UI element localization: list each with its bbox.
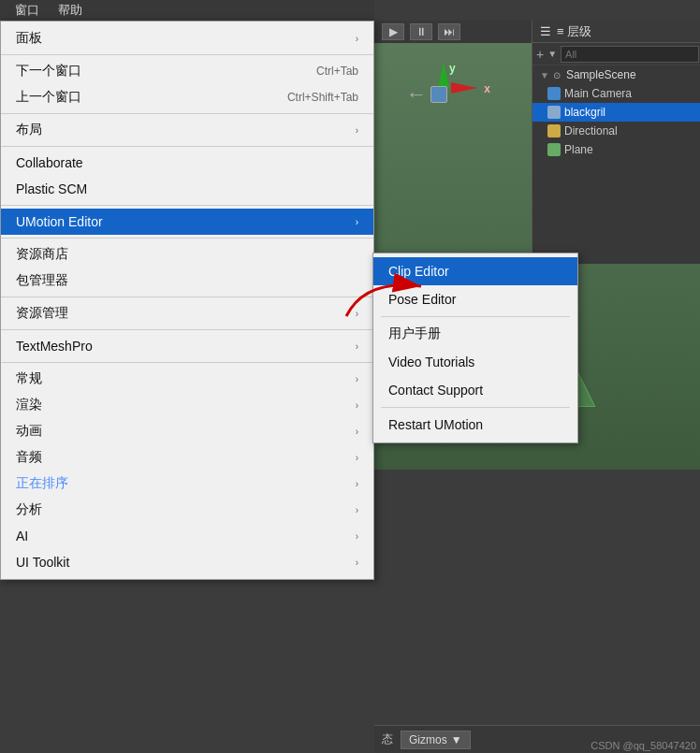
hierarchy-blackgril[interactable]: blackgril bbox=[532, 103, 700, 122]
menu-sequencer-arrow: › bbox=[356, 479, 358, 489]
hierarchy-directional[interactable]: Directional bbox=[532, 122, 700, 140]
submenu-manual[interactable]: 用户手册 bbox=[373, 320, 577, 348]
menu-animation-label: 动画 bbox=[16, 423, 356, 440]
menu-animation-arrow: › bbox=[356, 427, 358, 437]
menu-asset-store-label: 资源商店 bbox=[16, 246, 358, 263]
menubar-window[interactable]: 窗口 bbox=[7, 0, 47, 21]
menu-collaborate[interactable]: Collaborate bbox=[1, 150, 373, 176]
menubar-help[interactable]: 帮助 bbox=[51, 0, 90, 21]
menu-pkg-manager[interactable]: 包管理器 bbox=[1, 268, 373, 294]
menu-divider-6 bbox=[1, 297, 373, 297]
window-dropdown-menu: 面板 › 下一个窗口 Ctrl+Tab 上一个窗口 Ctrl+Shift+Tab… bbox=[0, 21, 374, 580]
video-tutorials-label: Video Tutorials bbox=[388, 355, 474, 369]
gizmo-x-label: x bbox=[484, 82, 490, 95]
watermark: CSDN @qq_58047420 bbox=[591, 740, 696, 751]
umotion-submenu: Clip Editor Pose Editor 用户手册 Video Tutor… bbox=[372, 253, 578, 443]
scene-gizmo: y x ← bbox=[402, 62, 477, 137]
menu-next-window[interactable]: 下一个窗口 Ctrl+Tab bbox=[1, 58, 373, 84]
menu-general[interactable]: 常规 › bbox=[1, 366, 373, 392]
hierarchy-dropdown-icon[interactable]: ▼ bbox=[547, 49, 557, 59]
menu-analysis-arrow: › bbox=[356, 505, 358, 515]
gizmos-label: Gizmos bbox=[409, 733, 447, 746]
menu-ai-label: AI bbox=[16, 529, 356, 543]
submenu-video-tutorials[interactable]: Video Tutorials bbox=[373, 348, 577, 376]
submenu-contact-support[interactable]: Contact Support bbox=[373, 376, 577, 404]
menu-prev-window-shortcut: Ctrl+Shift+Tab bbox=[287, 91, 358, 104]
gizmo-z-arrow: ← bbox=[406, 82, 427, 107]
menu-divider-5 bbox=[1, 238, 373, 239]
menu-asset-store[interactable]: 资源商店 bbox=[1, 241, 373, 268]
step-button[interactable]: ⏭ bbox=[438, 23, 460, 40]
menu-audio-label: 音频 bbox=[16, 449, 356, 466]
menu-audio-arrow: › bbox=[356, 453, 358, 463]
menu-animation[interactable]: 动画 › bbox=[1, 418, 373, 444]
hierarchy-scene-item[interactable]: ▼ ⊙ SampleScene bbox=[532, 65, 700, 84]
menu-textmeshpro-label: TextMeshPro bbox=[16, 339, 356, 354]
menu-rendering-arrow: › bbox=[356, 400, 358, 411]
menu-divider-1 bbox=[1, 54, 373, 55]
restart-label: Restart UMotion bbox=[388, 417, 483, 432]
menu-rendering-label: 渲染 bbox=[16, 397, 356, 413]
menu-umotion-label: UMotion Editor bbox=[16, 214, 356, 229]
menu-next-window-label: 下一个窗口 bbox=[16, 63, 279, 80]
hierarchy-toolbar[interactable]: + ▼ bbox=[532, 43, 700, 65]
menu-umotion-arrow: › bbox=[356, 217, 358, 227]
menu-divider-3 bbox=[1, 146, 373, 147]
menu-asset-mgmt[interactable]: 资源管理 › bbox=[1, 300, 373, 326]
hierarchy-main-camera[interactable]: Main Camera bbox=[532, 84, 700, 103]
hierarchy-plane[interactable]: Plane bbox=[532, 140, 700, 159]
menu-analysis-label: 分析 bbox=[16, 501, 356, 518]
menu-collaborate-label: Collaborate bbox=[16, 155, 358, 170]
submenu-divider-1 bbox=[381, 316, 570, 317]
state-label: 态 bbox=[382, 731, 393, 747]
menu-divider-7 bbox=[1, 329, 373, 330]
menu-general-arrow: › bbox=[356, 374, 358, 384]
menu-plastic-scm[interactable]: Plastic SCM bbox=[1, 176, 373, 202]
hierarchy-search-input[interactable] bbox=[561, 46, 699, 63]
plane-label: Plane bbox=[564, 143, 593, 156]
menu-textmeshpro-arrow: › bbox=[356, 341, 358, 352]
menu-ui-toolkit-arrow: › bbox=[356, 558, 358, 568]
menu-panels-arrow: › bbox=[356, 34, 358, 44]
menu-rendering[interactable]: 渲染 › bbox=[1, 392, 373, 418]
menu-ui-toolkit[interactable]: UI Toolkit › bbox=[1, 549, 373, 575]
menubar: 窗口 帮助 bbox=[0, 0, 374, 21]
menu-umotion-editor[interactable]: UMotion Editor › bbox=[1, 209, 373, 235]
submenu-divider-2 bbox=[381, 407, 570, 408]
menu-audio[interactable]: 音频 › bbox=[1, 444, 373, 471]
main-camera-label: Main Camera bbox=[564, 87, 632, 100]
menu-divider-8 bbox=[1, 362, 373, 363]
menu-layout[interactable]: 布局 › bbox=[1, 117, 373, 143]
menu-ai[interactable]: AI › bbox=[1, 523, 373, 549]
submenu-clip-editor[interactable]: Clip Editor bbox=[373, 257, 577, 285]
scene-label: SampleScene bbox=[566, 68, 636, 81]
submenu-restart[interactable]: Restart UMotion bbox=[373, 411, 577, 439]
scene-expand-arrow: ▼ bbox=[540, 70, 549, 80]
play-button[interactable]: ▶ bbox=[382, 23, 404, 40]
menu-layout-arrow: › bbox=[356, 125, 358, 136]
menu-sequencer[interactable]: 正在排序 › bbox=[1, 471, 373, 497]
menu-ai-arrow: › bbox=[356, 531, 358, 542]
menu-textmeshpro[interactable]: TextMeshPro › bbox=[1, 333, 373, 359]
menu-panels[interactable]: 面板 › bbox=[1, 25, 373, 51]
submenu-pose-editor[interactable]: Pose Editor bbox=[373, 285, 577, 313]
gizmo-center bbox=[430, 86, 447, 103]
gizmo-y-axis bbox=[438, 62, 449, 88]
menu-plastic-scm-label: Plastic SCM bbox=[16, 181, 358, 196]
pause-button[interactable]: ⏸ bbox=[410, 23, 432, 40]
menu-sequencer-label: 正在排序 bbox=[16, 475, 356, 492]
menu-ui-toolkit-label: UI Toolkit bbox=[16, 555, 356, 570]
hierarchy-add-btn[interactable]: + bbox=[536, 47, 544, 62]
hierarchy-panel: ☰ ≡ 层级 + ▼ ▼ ⊙ SampleScene Main Camera b… bbox=[532, 21, 700, 264]
menu-analysis[interactable]: 分析 › bbox=[1, 497, 373, 523]
clip-editor-label: Clip Editor bbox=[388, 264, 449, 279]
manual-label: 用户手册 bbox=[388, 326, 441, 342]
menu-prev-window[interactable]: 上一个窗口 Ctrl+Shift+Tab bbox=[1, 84, 373, 110]
plane-icon bbox=[547, 143, 561, 156]
hierarchy-menu-icon: ☰ bbox=[540, 24, 551, 38]
gizmos-button[interactable]: Gizmos ▼ bbox=[401, 731, 471, 749]
directional-icon bbox=[547, 124, 561, 138]
scene-icon: ⊙ bbox=[553, 70, 561, 80]
camera-icon bbox=[547, 87, 561, 100]
menu-asset-mgmt-label: 资源管理 bbox=[16, 305, 356, 322]
